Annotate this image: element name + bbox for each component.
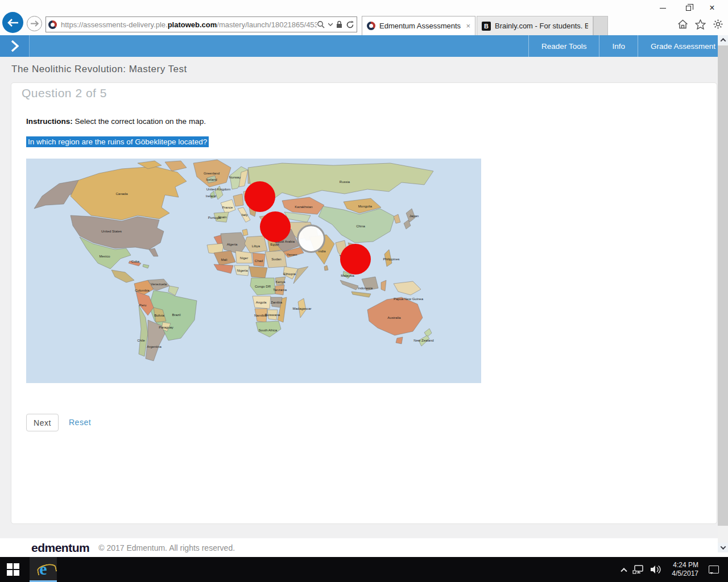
- next-button[interactable]: Next: [26, 414, 59, 431]
- question-text-highlighted: In which region are the ruins of Göbekli…: [26, 136, 209, 147]
- header-menu-grade-assessment[interactable]: Grade Assessment: [638, 35, 718, 57]
- map-answer-marker-red[interactable]: [245, 181, 275, 212]
- map-answer-marker-red[interactable]: [260, 211, 291, 242]
- close-icon: ×: [709, 3, 714, 13]
- edmentum-favicon-icon: [367, 22, 375, 30]
- action-center-icon[interactable]: [709, 566, 719, 573]
- vertical-scrollbar[interactable]: [718, 35, 728, 552]
- system-tray: 4:24 PM 4/5/2017: [622, 557, 723, 582]
- search-icon[interactable]: [317, 20, 325, 28]
- back-arrow-icon: [7, 19, 19, 27]
- browser-navbar: https://assessments-delivery.ple.platowe…: [0, 16, 728, 35]
- window-restore-button[interactable]: [677, 1, 700, 15]
- url-text[interactable]: https://assessments-delivery.ple.platowe…: [61, 20, 317, 29]
- header-menu-info[interactable]: Info: [599, 35, 638, 57]
- copyright-text: © 2017 Edmentum. All rights reserved.: [98, 543, 235, 552]
- window-minimize-button[interactable]: [651, 1, 674, 15]
- chevron-down-icon: [720, 544, 726, 550]
- map-markers: [26, 159, 481, 383]
- map-answer-marker-white[interactable]: [297, 225, 325, 253]
- chevron-down-icon[interactable]: [328, 23, 333, 26]
- world-map[interactable]: GreenlandCanadaUnited StatesMexicoCubaVe…: [26, 159, 481, 383]
- assessment-header: Reader ToolsInfoGrade Assessment: [0, 35, 728, 57]
- tab-close-icon[interactable]: ×: [466, 22, 470, 30]
- scroll-up-button[interactable]: [718, 35, 728, 45]
- start-button[interactable]: [7, 563, 19, 576]
- new-tab-button[interactable]: [593, 16, 608, 35]
- taskbar-ie-button[interactable]: e: [30, 557, 57, 582]
- forward-button[interactable]: [27, 16, 42, 31]
- header-menu-reader-tools[interactable]: Reader Tools: [528, 35, 599, 57]
- tab-title: Edmentum Assessments: [379, 22, 462, 30]
- internet-explorer-icon: e: [39, 560, 47, 577]
- scrollbar-thumb[interactable]: [718, 45, 728, 526]
- question-counter: Question 2 of 5: [22, 86, 107, 100]
- taskbar: e 4:24 PM 4/5/2017: [0, 557, 728, 582]
- gear-icon[interactable]: [713, 19, 723, 30]
- tray-expand-icon[interactable]: [621, 568, 627, 574]
- window-close-button[interactable]: ×: [701, 1, 723, 15]
- instructions-text: Instructions: Select the correct locatio…: [26, 117, 206, 126]
- page-footer: edmentum © 2017 Edmentum. All rights res…: [0, 538, 728, 557]
- browser-titlebar: ×: [0, 0, 728, 16]
- chevron-right-icon: [11, 40, 19, 52]
- chevron-up-icon: [720, 38, 726, 44]
- refresh-icon[interactable]: [346, 20, 354, 29]
- sidebar-expand-button[interactable]: [0, 35, 30, 57]
- brainly-favicon-icon: B: [482, 22, 491, 31]
- clock-time: 4:24 PM: [672, 561, 698, 569]
- map-answer-marker-red[interactable]: [340, 244, 371, 275]
- minimize-icon: [660, 8, 666, 9]
- network-icon[interactable]: [632, 565, 644, 575]
- clock-date: 4/5/2017: [672, 569, 698, 578]
- forward-arrow-icon: [30, 20, 39, 27]
- page-title: The Neolithic Revolution: Mastery Test: [11, 64, 187, 75]
- lock-icon: [336, 20, 342, 28]
- desktop: × https://assessments-delivery.ple.plato…: [0, 0, 728, 582]
- restore-icon: [686, 6, 691, 11]
- volume-icon[interactable]: [650, 565, 661, 574]
- edmentum-logo: edmentum: [31, 541, 89, 555]
- taskbar-clock[interactable]: 4:24 PM 4/5/2017: [672, 561, 698, 578]
- tab-edmentum-assessments[interactable]: Edmentum Assessments ×: [362, 16, 475, 35]
- tab-brainly[interactable]: B Brainly.com - For students. By ...: [477, 16, 593, 35]
- reset-link[interactable]: Reset: [69, 418, 91, 427]
- question-card: Question 2 of 5 Instructions: Select the…: [11, 82, 717, 524]
- edmentum-favicon-icon: [48, 20, 57, 29]
- star-icon[interactable]: [695, 19, 706, 30]
- assessment-page: The Neolithic Revolution: Mastery Test Q…: [0, 57, 728, 557]
- back-button[interactable]: [2, 12, 23, 33]
- scroll-down-button[interactable]: [718, 543, 728, 552]
- tab-title: Brainly.com - For students. By ...: [495, 22, 588, 30]
- address-bar[interactable]: https://assessments-delivery.ple.platowe…: [46, 16, 357, 32]
- home-icon[interactable]: [677, 19, 688, 29]
- header-menu: Reader ToolsInfoGrade Assessment: [528, 35, 718, 57]
